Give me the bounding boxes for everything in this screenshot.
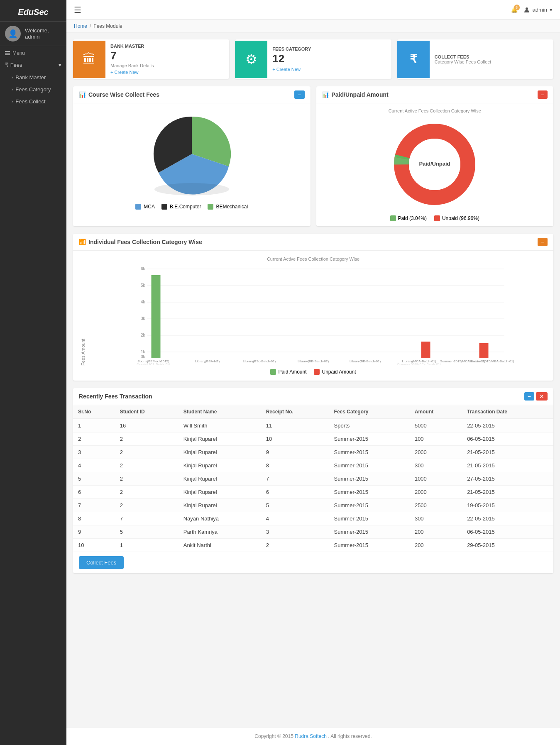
bullet-icon: › — [12, 99, 13, 104]
bank-master-subtitle: Manage Bank Details — [110, 63, 154, 68]
hamburger-icon[interactable]: ☰ — [74, 5, 81, 15]
sidebar-item-fees-category[interactable]: › Fees Category — [0, 83, 66, 95]
legend-label-unpaid: Unpaid (96.96%) — [442, 215, 479, 221]
bank-master-create-link[interactable]: +Create New — [110, 70, 154, 75]
bar-chart-minimize-button[interactable]: − — [538, 238, 548, 246]
fees-category-card-content: FEES CATEGORY 12 +Create New — [267, 42, 316, 76]
table-minimize-button[interactable]: − — [524, 392, 534, 401]
footer: Copyright © 2015 Rudra Softech . All rig… — [66, 727, 560, 745]
table-row: 32Kinjal Ruparel9Summer-2015200021-05-20… — [73, 446, 553, 459]
fees-category-create-link[interactable]: +Create New — [272, 67, 311, 72]
sidebar-user: 👤 Welcome, admin — [0, 21, 66, 46]
legend-swatch — [161, 204, 167, 210]
bank-master-icon-box: 🏛 — [73, 41, 105, 78]
legend-item-becomputer: B.E.Computer — [161, 204, 201, 210]
rupee-icon: ₹ — [5, 61, 9, 68]
bank-icon: 🏛 — [83, 51, 96, 67]
sidebar-fees-label: Fees — [10, 62, 22, 68]
table-cell: 9 — [261, 446, 329, 459]
table-close-button[interactable]: ✕ — [536, 392, 548, 401]
table-cell: 22-05-2015 — [462, 512, 553, 525]
table-cell: Summer-2015 — [329, 446, 410, 459]
bar-chart-title: 📶 Individual Fees Collection Category Wi… — [79, 239, 202, 245]
table-cell: 2500 — [410, 499, 462, 512]
pie-chart-title: 📊 Course Wise Collect Fees — [79, 91, 159, 98]
user-label: admin — [533, 7, 547, 13]
bullet-icon: › — [12, 87, 13, 92]
transaction-table-panel: Recently Fees Transaction − ✕ Sr.No Stud… — [73, 388, 553, 573]
donut-chart-legend: Paid (3.04%) Unpaid (96.96%) — [321, 215, 549, 221]
table-cell: Summer-2015 — [329, 472, 410, 486]
donut-chart-svg: Paid/Unpaid — [391, 121, 478, 208]
table-panel-header: Recently Fees Transaction − ✕ — [73, 388, 553, 405]
footer-text2: . All rights reserved. — [328, 733, 372, 739]
svg-point-3 — [526, 7, 528, 10]
table-cell: 21-05-2015 — [462, 486, 553, 499]
sidebar-item-fees-collect[interactable]: › Fees Collect — [0, 95, 66, 107]
bell-button[interactable]: 🔔 8 — [511, 7, 518, 13]
page-body: 🏛 BANK MASTER 7 Manage Bank Details +Cre… — [66, 33, 560, 727]
table-cell: 3 — [261, 525, 329, 539]
collect-fees-button[interactable]: Collect Fees — [79, 556, 124, 569]
transaction-table: Sr.No Student ID Student Name Receipt No… — [73, 405, 553, 552]
table-cell: 2 — [73, 432, 115, 446]
fees-category-count: 12 — [272, 52, 311, 65]
table-row: 52Kinjal Ruparel7Summer-2015100027-05-20… — [73, 472, 553, 486]
legend-swatch — [314, 369, 320, 375]
bar-chart-subtitle: Current Active Fees Collection Category … — [79, 256, 548, 261]
breadcrumb-home[interactable]: Home — [74, 23, 87, 29]
table-cell: Nayan Nathiya — [179, 512, 261, 525]
bank-master-card-content: BANK MASTER 7 Manage Bank Details +Creat… — [105, 39, 159, 79]
table-cell: 10 — [261, 432, 329, 446]
bar-paid-sports-bemech — [152, 275, 161, 358]
svg-text:6k: 6k — [141, 266, 146, 271]
col-header-fees-category: Fees Category — [329, 405, 410, 419]
legend-label-paid: Paid (3.04%) — [398, 215, 427, 221]
footer-text: Copyright © 2015 — [254, 733, 295, 739]
svg-text:Library(BE-Batch-01): Library(BE-Batch-01) — [350, 359, 381, 363]
plus-icon: + — [110, 70, 113, 75]
sidebar-item-label: Fees Category — [15, 86, 51, 93]
main-content: ☰ 🔔 8 admin ▾ Home / Fees Module 🏛 — [66, 0, 560, 745]
sidebar-username: Welcome, admin — [25, 27, 61, 40]
sidebar-fees-section[interactable]: ₹ Fees ▾ — [0, 58, 66, 71]
table-row: 116Will Smith11Sports500022-05-2015 — [73, 419, 553, 432]
collect-fees-button-container: Collect Fees — [73, 552, 553, 573]
pie-chart-minimize-button[interactable]: − — [294, 90, 304, 99]
bell-badge: 8 — [514, 5, 520, 10]
table-cell: 7 — [115, 512, 179, 525]
topnav-left: ☰ — [74, 5, 81, 15]
legend-label: B.E.Computer — [170, 204, 201, 210]
bar-chart-svg: 6k 5k 4k 3k 2k 1k 0k — [87, 265, 548, 364]
table-cell: 2 — [115, 459, 179, 472]
table-cell: Kinjal Ruparel — [179, 446, 261, 459]
sidebar-item-bank-master[interactable]: › Bank Master — [0, 71, 66, 83]
table-cell: 06-05-2015 — [462, 432, 553, 446]
bank-master-title: BANK MASTER — [110, 44, 154, 49]
breadcrumb-current: Fees Module — [93, 23, 122, 29]
gear-icon: ⚙ — [245, 51, 257, 67]
col-header-transaction-date: Transaction Date — [462, 405, 553, 419]
legend-label: BEMechanical — [216, 204, 248, 210]
bar-chart-icon: 📶 — [79, 239, 86, 245]
sidebar-item-label: Fees Collect — [15, 98, 45, 105]
table-cell: 1000 — [410, 472, 462, 486]
bar-unpaid-summer-bsc — [421, 342, 430, 358]
user-dropdown-icon: ▾ — [550, 7, 553, 13]
bar-legend-paid: Paid Amount — [270, 369, 306, 375]
legend-item-mca: MCA — [135, 204, 155, 210]
pie-chart-body: MCA B.E.Computer BEMechanical — [73, 103, 311, 216]
table-cell: 27-05-2015 — [462, 472, 553, 486]
table-cell: 19-05-2015 — [462, 499, 553, 512]
donut-chart-title: 📊 Paid/Unpaid Amount — [322, 91, 389, 98]
table-cell: Summer-2015 — [329, 486, 410, 499]
footer-link[interactable]: Rudra Softech — [295, 733, 327, 739]
table-cell: 22-05-2015 — [462, 419, 553, 432]
sidebar-item-label: Bank Master — [15, 74, 46, 81]
donut-chart-minimize-button[interactable]: − — [538, 90, 548, 99]
svg-text:Summer-2015(BSc-Batch-01): Summer-2015(BSc-Batch-01) — [397, 363, 441, 364]
user-menu[interactable]: admin ▾ — [523, 7, 553, 13]
bank-master-card: 🏛 BANK MASTER 7 Manage Bank Details +Cre… — [73, 39, 229, 79]
sidebar: EduSec 👤 Welcome, admin Menu ₹ Fees ▾ › … — [0, 0, 66, 745]
table-cell: Kinjal Ruparel — [179, 432, 261, 446]
